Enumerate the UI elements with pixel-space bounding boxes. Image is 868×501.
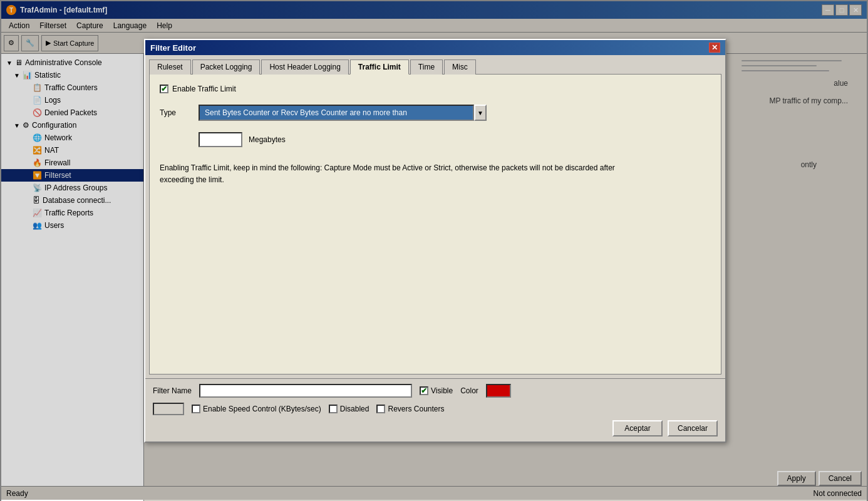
tab-time[interactable]: Time <box>410 59 443 75</box>
revers-unchecked <box>380 405 382 413</box>
tab-traffic-limit[interactable]: Traffic Limit <box>350 59 409 75</box>
visible-checkmark: ✔ <box>421 386 427 395</box>
dialog-bottom-row2: 0 Enable Speed Control (KBytes/sec) Disa… <box>153 403 718 415</box>
tab-misc[interactable]: Misc <box>444 59 476 75</box>
aceptar-button[interactable]: Aceptar <box>612 420 663 436</box>
revers-counters-checkbox-row: Revers Counters <box>376 405 444 413</box>
tab-host-header-logging[interactable]: Host Header Logging <box>261 59 348 75</box>
revers-counters-label: Revers Counters <box>388 405 444 413</box>
dialog-close-button[interactable]: ✕ <box>709 43 720 53</box>
disabled-checkbox[interactable] <box>329 405 338 413</box>
dialog-action-buttons: Aceptar Cancelar <box>153 420 718 436</box>
tab-content-traffic-limit: ✔ Enable Traffic Limit Type Sent Bytes C… <box>149 74 721 374</box>
color-label: Color <box>460 386 478 395</box>
tab-packet-logging[interactable]: Packet Logging <box>192 59 261 75</box>
megabytes-row: Megabytes <box>199 132 711 147</box>
disabled-label: Disabled <box>340 405 369 413</box>
speed-unchecked <box>195 405 197 413</box>
visible-label: Visible <box>431 386 453 395</box>
enable-traffic-limit-label: Enable Traffic Limit <box>172 85 236 93</box>
speed-control-checkbox-row: Enable Speed Control (KBytes/sec) <box>192 405 321 413</box>
dialog-bottom-row1: Filter Name ✔ Visible Color <box>153 384 718 398</box>
disabled-checkbox-row: Disabled <box>329 405 369 413</box>
filter-name-input[interactable] <box>199 384 412 398</box>
visible-checkbox-row: ✔ Visible <box>420 386 453 395</box>
filter-name-label: Filter Name <box>153 386 192 395</box>
type-label: Type <box>160 108 191 117</box>
dialog-title: Filter Editor <box>150 43 196 53</box>
checkmark-icon: ✔ <box>161 85 167 93</box>
enable-traffic-limit-row: ✔ Enable Traffic Limit <box>160 85 711 93</box>
dialog-overlay: Filter Editor ✕ Ruleset Packet Logging H… <box>1 1 867 500</box>
dialog-title-bar: Filter Editor ✕ <box>145 40 725 55</box>
color-picker[interactable] <box>486 384 511 398</box>
cancelar-button[interactable]: Cancelar <box>668 420 718 436</box>
tabs-bar: Ruleset Packet Logging Host Header Loggi… <box>145 55 725 74</box>
speed-control-checkbox[interactable] <box>192 405 200 413</box>
megabytes-label: Megabytes <box>249 135 286 144</box>
type-select: Sent Bytes Counter or Recv Bytes Counter… <box>199 105 487 121</box>
speed-input[interactable]: 0 <box>153 403 184 415</box>
type-row: Type Sent Bytes Counter or Recv Bytes Co… <box>160 105 711 121</box>
revers-counters-checkbox[interactable] <box>376 405 385 413</box>
tab-ruleset[interactable]: Ruleset <box>149 59 191 75</box>
enable-traffic-limit-checkbox[interactable]: ✔ <box>160 85 168 93</box>
dialog-bottom: Filter Name ✔ Visible Color 0 <box>145 378 725 442</box>
megabytes-input[interactable] <box>199 132 242 147</box>
disabled-unchecked <box>332 405 334 413</box>
info-text: Enabling Traffic Limit, keep in mind the… <box>160 162 636 186</box>
filter-editor-dialog: Filter Editor ✕ Ruleset Packet Logging H… <box>144 39 726 443</box>
main-window: T TrafAdmin - [default.tmf] ─ □ ✕ Action… <box>0 0 868 501</box>
type-select-box[interactable]: Sent Bytes Counter or Recv Bytes Counter… <box>199 105 474 121</box>
visible-checkbox[interactable]: ✔ <box>420 386 428 395</box>
speed-control-label: Enable Speed Control (KBytes/sec) <box>203 405 321 413</box>
type-dropdown-button[interactable]: ▼ <box>474 105 487 121</box>
